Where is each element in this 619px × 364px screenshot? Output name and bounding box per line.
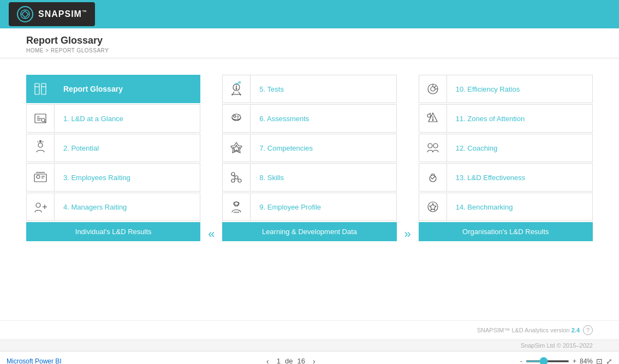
right-item-14: 14. Benchmarking	[419, 193, 593, 221]
svg-point-0	[17, 7, 33, 22]
right-item-11: 11. Zones of Attention	[419, 104, 593, 133]
left-column: Report Glossary 1. L&D at a Glance	[26, 75, 200, 241]
right-item-13: 13. L&D Effectiveness	[419, 163, 593, 192]
svg-line-43	[237, 178, 239, 180]
right-item-12: 12. Coaching	[419, 134, 593, 162]
left-item-4-label[interactable]: 4. Managers Raiting	[55, 193, 200, 221]
svg-rect-2	[35, 83, 39, 94]
left-item-2: 2. Potential	[26, 134, 200, 162]
svg-marker-37	[233, 145, 240, 151]
version-bar: SNAPSIM™ L&D Analytics version 2.4 ?	[0, 320, 619, 339]
help-btn[interactable]: ?	[583, 325, 593, 335]
right-double-chevron-icon: »	[404, 227, 411, 241]
assessments-icon	[222, 104, 251, 133]
middle-item-9: 9. Employee Profile	[222, 193, 396, 221]
zoom-level: 84%	[580, 357, 593, 365]
left-item-4: 4. Managers Raiting	[26, 193, 200, 221]
svg-point-12	[38, 143, 43, 147]
right-arrow-col: »	[397, 75, 419, 241]
prev-page-btn[interactable]: ‹	[263, 356, 272, 365]
zoom-minus-icon: -	[520, 357, 522, 365]
right-column: 10. Efficiency Ratios 11. Zones of Atten…	[419, 75, 593, 241]
left-item-1: 1. L&D at a Glance	[26, 104, 200, 133]
main-content: Report Glossary 1. L&D at a Glance	[0, 58, 619, 320]
breadcrumb-area: Report Glossary HOME > REPORT GLOSSARY	[0, 28, 619, 58]
left-arrow-col: «	[200, 75, 222, 241]
middle-item-7-label[interactable]: 7. Competencies	[251, 134, 396, 162]
snapsim-logo-icon	[16, 5, 34, 23]
middle-item-9-label[interactable]: 9. Employee Profile	[251, 193, 396, 221]
breadcrumb: HOME > REPORT GLOSSARY	[26, 47, 593, 53]
left-item-3-label[interactable]: 3. Employees Raiting	[55, 163, 200, 192]
fit-page-icon[interactable]: ⊡	[596, 357, 603, 365]
right-arrow-btn[interactable]: »	[403, 227, 412, 241]
powerbi-footer: Microsoft Power BI ‹ 1 de 16 › - + 84% ⊡…	[0, 351, 619, 364]
svg-line-56	[430, 113, 431, 114]
efficiency-ratios-icon	[419, 75, 447, 103]
glossary-grid: Report Glossary 1. L&D at a Glance	[26, 75, 593, 241]
svg-point-31	[239, 82, 241, 83]
svg-point-45	[234, 202, 239, 206]
middle-item-8-label[interactable]: 8. Skills	[251, 163, 396, 192]
middle-item-6-label[interactable]: 6. Assessments	[251, 104, 396, 133]
logo: SNAPSIM™	[9, 2, 95, 26]
left-double-chevron-icon: «	[208, 227, 215, 241]
svg-line-42	[234, 178, 235, 180]
ld-effectiveness-icon	[419, 163, 447, 192]
zones-attention-icon	[419, 104, 447, 133]
right-item-12-label[interactable]: 12. Coaching	[447, 134, 593, 162]
left-item-3: 3. Employees Raiting	[26, 163, 200, 192]
right-footer-btn[interactable]: Organisation's L&D Results	[419, 222, 593, 241]
svg-marker-36	[231, 142, 242, 153]
next-page-btn[interactable]: ›	[310, 356, 319, 365]
middle-item-8: 8. Skills	[222, 163, 396, 192]
middle-item-5: 5. Tests	[222, 75, 396, 103]
app-header: SNAPSIM™	[0, 0, 619, 28]
left-arrow-btn[interactable]: «	[207, 227, 216, 241]
right-item-14-label[interactable]: 14. Benchmarking	[447, 193, 593, 221]
zoom-slider[interactable]	[526, 360, 569, 362]
middle-item-5-label[interactable]: 5. Tests	[251, 75, 396, 103]
report-glossary-icon	[26, 75, 55, 103]
copyright-bar: SnapSim Ltd © 2015–2022	[0, 339, 619, 351]
svg-line-14	[38, 141, 38, 142]
skills-icon	[222, 163, 251, 192]
coaching-icon	[419, 134, 447, 162]
potential-icon	[26, 134, 55, 162]
svg-line-15	[43, 141, 43, 142]
competencies-icon	[222, 134, 251, 162]
right-item-13-label[interactable]: 13. L&D Effectiveness	[447, 163, 593, 192]
left-header-row: Report Glossary	[26, 75, 200, 103]
svg-point-27	[236, 88, 237, 89]
page-title: Report Glossary	[26, 35, 593, 46]
employee-profile-icon	[222, 193, 251, 221]
svg-line-44	[233, 176, 235, 176]
svg-point-33	[234, 115, 236, 117]
employees-rating-icon	[26, 163, 55, 192]
managers-rating-icon	[26, 193, 55, 221]
zoom-plus-icon: +	[573, 357, 576, 365]
svg-point-55	[427, 114, 431, 117]
svg-point-57	[428, 144, 432, 148]
svg-marker-61	[430, 204, 436, 210]
right-item-10-label[interactable]: 10. Efficiency Ratios	[447, 75, 593, 103]
svg-rect-17	[34, 174, 46, 182]
expand-icon[interactable]: ⤢	[606, 357, 612, 365]
copyright-text: SnapSim Ltd © 2015–2022	[521, 342, 593, 349]
middle-item-6: 6. Assessments	[222, 104, 396, 133]
svg-point-18	[37, 175, 40, 178]
middle-column: 5. Tests 6. Assessments	[222, 75, 396, 241]
left-footer-btn[interactable]: Individual's L&D Results	[26, 222, 200, 241]
left-item-2-label[interactable]: 2. Potential	[55, 134, 200, 162]
left-header-label[interactable]: Report Glossary	[55, 75, 200, 103]
benchmarking-icon	[419, 193, 447, 221]
middle-footer-btn[interactable]: Learning & Development Data	[222, 222, 396, 241]
svg-point-58	[433, 144, 438, 148]
svg-rect-3	[41, 83, 46, 94]
version-text: SNAPSIM™ L&D Analytics version 2.4	[477, 327, 580, 333]
page-separator: de	[285, 357, 293, 364]
powerbi-link[interactable]: Microsoft Power BI	[7, 357, 62, 365]
left-item-1-label[interactable]: 1. L&D at a Glance	[55, 104, 200, 133]
right-item-11-label[interactable]: 11. Zones of Attention	[447, 104, 593, 133]
right-item-10: 10. Efficiency Ratios	[419, 75, 593, 103]
